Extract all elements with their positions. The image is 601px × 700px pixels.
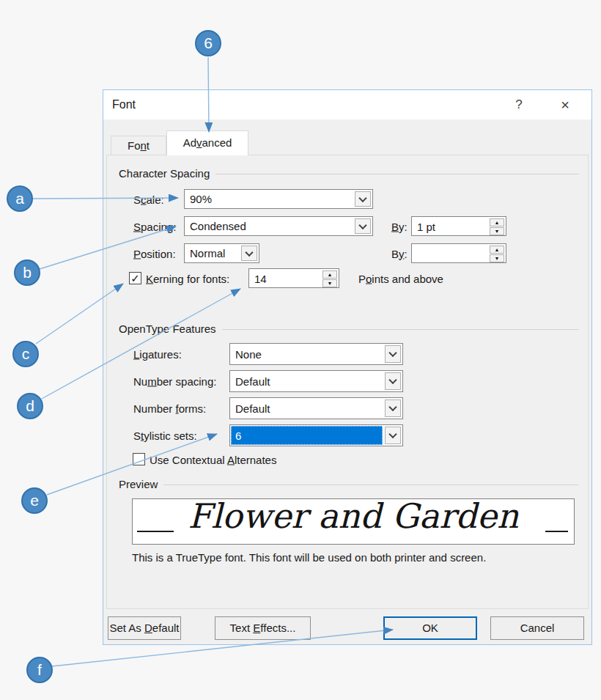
text-pre: Text — [230, 622, 254, 634]
number-forms-label: Number forms: — [133, 402, 206, 415]
advanced-tab-page: Character Spacing Scale: 90% Spacing: Co… — [106, 155, 589, 609]
text-pre: Use Contextual — [150, 454, 227, 466]
group-divider — [163, 485, 579, 485]
chevron-down-icon[interactable] — [241, 246, 257, 261]
tab-font[interactable]: Font — [111, 136, 166, 155]
contextual-alternates-checkbox[interactable] — [133, 453, 145, 465]
chevron-glyph — [388, 376, 397, 384]
spacing-label: Spacing: — [133, 220, 176, 232]
spacing-by-spinner[interactable]: 1 pt ▲ ▼ — [411, 216, 506, 236]
tab-advanced[interactable]: Advanced — [166, 130, 248, 155]
chevron-down-icon[interactable] — [385, 372, 401, 390]
spacing-combobox[interactable]: Condensed — [184, 216, 373, 236]
ligatures-combobox[interactable]: None — [229, 343, 403, 365]
chevron-glyph — [245, 248, 253, 256]
text-post: : — [405, 247, 408, 259]
spin-down-button[interactable]: ▼ — [490, 254, 504, 262]
opentype-group-header: OpenType Features — [119, 323, 579, 335]
spacing-by-value: 1 pt — [417, 220, 435, 232]
ok-button[interactable]: OK — [383, 616, 477, 640]
text-post: efault — [152, 622, 180, 634]
chevron-down-icon[interactable] — [385, 345, 401, 363]
spin-up-button[interactable]: ▲ — [322, 270, 337, 279]
close-button[interactable]: × — [552, 93, 578, 117]
position-combobox[interactable]: Normal — [184, 243, 259, 263]
position-by-spinner[interactable]: ▲ ▼ — [411, 243, 506, 263]
text-accel: n — [141, 139, 147, 152]
callout-label: e — [30, 492, 39, 509]
ligatures-row: Ligatures: None — [107, 343, 588, 365]
cancel-button[interactable]: Cancel — [490, 616, 584, 640]
text-accel: K — [146, 272, 153, 284]
text-accel: c — [141, 193, 147, 205]
callout-badge-f: f — [26, 657, 53, 683]
spin-up-button[interactable]: ▲ — [490, 246, 504, 254]
text-effects-button[interactable]: Text Effects... — [215, 616, 311, 640]
callout-badge-b: b — [14, 259, 40, 286]
callout-label: d — [26, 397, 34, 415]
stylistic-sets-row: Stylistic sets: 6 — [107, 424, 588, 446]
chevron-down-icon[interactable] — [385, 399, 401, 417]
callout-label: 6 — [204, 34, 213, 52]
text-pre: P — [358, 272, 366, 284]
text-post: y: — [399, 220, 408, 232]
text-pre: Nu — [133, 375, 147, 388]
number-spacing-label: Number spacing: — [133, 375, 216, 388]
text-post: igatures: — [139, 348, 182, 361]
text-post: ale: — [147, 193, 164, 205]
text-post: pacing: — [141, 220, 176, 232]
stylistic-sets-value: 6 — [231, 426, 383, 445]
preview-underline-left — [137, 531, 174, 532]
text-pre: S — [133, 430, 141, 442]
text-pre: Fo — [128, 139, 141, 152]
spin-buttons: ▲ ▼ — [322, 270, 337, 286]
text-post: osition: — [141, 247, 176, 259]
chevron-glyph — [358, 194, 366, 202]
group-divider — [222, 329, 579, 330]
spacing-row: Spacing: Condensed By: 1 pt ▲ ▼ — [107, 216, 588, 236]
position-by-label: By: — [391, 247, 408, 259]
text-post: ints and above — [372, 272, 443, 284]
callout-label: b — [23, 264, 32, 281]
spin-down-button[interactable]: ▼ — [322, 279, 337, 287]
text-accel: B — [391, 220, 399, 232]
text-post: ffects... — [260, 622, 295, 634]
scale-row: Scale: 90% — [107, 189, 588, 209]
ligatures-value: None — [231, 345, 383, 364]
opentype-group-title: OpenType Features — [119, 323, 216, 335]
spin-down-button[interactable]: ▼ — [490, 227, 504, 235]
dialog-title: Font — [112, 90, 136, 119]
callout-label: f — [37, 661, 42, 679]
number-forms-combobox[interactable]: Default — [229, 397, 403, 419]
preview-box: Flower and Garden — [132, 498, 575, 545]
text-post: orms: — [179, 402, 207, 415]
ligatures-label: Ligatures: — [133, 348, 182, 361]
scale-combobox[interactable]: 90% — [184, 189, 373, 209]
kerning-points-spinner[interactable]: 14 ▲ ▼ — [248, 268, 339, 288]
text-post: anced — [202, 136, 232, 149]
kerning-checkbox[interactable]: ✓ — [129, 272, 141, 284]
text-pre: B — [391, 247, 399, 259]
stylistic-sets-label: Stylistic sets: — [133, 430, 197, 442]
number-forms-value: Default — [231, 399, 383, 418]
spacing-value: Condensed — [185, 218, 353, 235]
character-spacing-group-title: Character Spacing — [119, 167, 210, 180]
set-as-default-button[interactable]: Set As Default — [108, 616, 181, 640]
spacing-by-label: By: — [391, 220, 408, 232]
stylistic-sets-combobox[interactable]: 6 — [229, 424, 403, 446]
chevron-down-icon[interactable] — [355, 191, 371, 207]
help-button[interactable]: ? — [506, 93, 532, 117]
callout-label: c — [22, 345, 30, 363]
kerning-label: Kerning for fonts: — [146, 272, 229, 284]
callout-badge-c: c — [12, 341, 39, 367]
text-accel: A — [227, 454, 235, 466]
text-pre: Set As — [109, 622, 144, 634]
callout-badge-e: e — [21, 487, 48, 514]
spin-up-button[interactable]: ▲ — [490, 218, 504, 226]
text-pre: S — [133, 193, 141, 205]
truetype-note: This is a TrueType font. This font will … — [132, 551, 486, 564]
chevron-down-icon[interactable] — [355, 218, 371, 234]
number-spacing-combobox[interactable]: Default — [229, 370, 403, 392]
chevron-down-icon[interactable] — [385, 427, 401, 444]
text-post: lternates — [235, 454, 277, 466]
